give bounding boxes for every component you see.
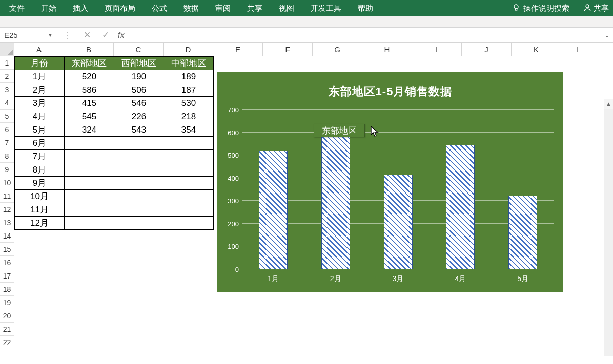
table-cell[interactable]	[114, 163, 164, 177]
table-cell[interactable]: 415	[65, 97, 114, 110]
chart-plot-area[interactable]: 01002003004005006007001月2月3月4月5月	[242, 110, 554, 269]
row-header-10[interactable]: 10	[0, 176, 14, 189]
table-cell[interactable]	[164, 190, 214, 203]
ribbon-menu-6[interactable]: 审阅	[207, 0, 239, 16]
table-row[interactable]: 8月	[15, 163, 214, 177]
row-header-6[interactable]: 6	[0, 123, 14, 136]
chart-series-tooltip[interactable]: 东部地区	[314, 124, 365, 137]
row-header-8[interactable]: 8	[0, 149, 14, 163]
row-header-17[interactable]: 17	[0, 269, 14, 283]
dropdown-icon[interactable]: ▼	[48, 32, 53, 38]
row-header-7[interactable]: 7	[0, 136, 14, 149]
table-cell[interactable]	[114, 177, 164, 190]
column-header-L[interactable]: L	[561, 43, 597, 56]
table-cell[interactable]	[164, 177, 214, 190]
ribbon-menu-1[interactable]: 开始	[33, 0, 65, 16]
table-cell[interactable]	[114, 190, 164, 203]
table-cell[interactable]: 10月	[15, 190, 65, 203]
ribbon-menu-10[interactable]: 帮助	[350, 0, 381, 16]
table-header[interactable]: 东部地区	[65, 57, 114, 70]
row-header-9[interactable]: 9	[0, 163, 14, 176]
table-cell[interactable]: 586	[65, 83, 114, 97]
ribbon-menu-4[interactable]: 公式	[144, 0, 175, 16]
chart-bar[interactable]	[384, 175, 413, 269]
table-cell[interactable]: 9月	[15, 177, 65, 190]
table-cell[interactable]: 546	[114, 97, 164, 110]
column-header-F[interactable]: F	[263, 43, 313, 56]
table-cell[interactable]	[164, 163, 214, 177]
table-row[interactable]: 4月545226218	[15, 110, 214, 123]
table-cell[interactable]	[164, 150, 214, 163]
table-cell[interactable]: 530	[164, 97, 214, 110]
column-header-C[interactable]: C	[114, 43, 164, 56]
chart-title[interactable]: 东部地区1-5月销售数据	[217, 72, 563, 104]
tell-me-search[interactable]: 操作说明搜索	[512, 4, 569, 13]
chart-bar[interactable]	[321, 136, 350, 269]
column-header-H[interactable]: H	[362, 43, 412, 56]
table-cell[interactable]	[164, 217, 214, 230]
table-cell[interactable]	[164, 203, 214, 217]
row-header-11[interactable]: 11	[0, 189, 14, 203]
row-header-16[interactable]: 16	[0, 256, 14, 269]
table-row[interactable]: 12月	[15, 217, 214, 230]
table-header[interactable]: 西部地区	[114, 57, 164, 70]
table-cell[interactable]	[65, 217, 114, 230]
table-cell[interactable]: 12月	[15, 217, 65, 230]
row-header-3[interactable]: 3	[0, 83, 14, 96]
table-cell[interactable]: 5月	[15, 123, 65, 137]
row-header-13[interactable]: 13	[0, 216, 14, 229]
row-header-4[interactable]: 4	[0, 96, 14, 110]
table-row[interactable]: 9月	[15, 177, 214, 190]
table-row[interactable]: 11月	[15, 203, 214, 217]
table-cell[interactable]: 2月	[15, 83, 65, 97]
column-header-K[interactable]: K	[512, 43, 561, 56]
row-header-12[interactable]: 12	[0, 203, 14, 216]
table-cell[interactable]: 218	[164, 110, 214, 123]
table-cell[interactable]: 7月	[15, 150, 65, 163]
table-cell[interactable]: 3月	[15, 97, 65, 110]
table-cell[interactable]: 1月	[15, 70, 65, 83]
row-header-18[interactable]: 18	[0, 283, 14, 296]
table-row[interactable]: 6月	[15, 137, 214, 150]
table-row[interactable]: 3月415546530	[15, 97, 214, 110]
table-cell[interactable]	[114, 203, 164, 217]
table-cell[interactable]	[65, 137, 114, 150]
row-header-1[interactable]: 1	[0, 56, 14, 70]
table-cell[interactable]: 543	[114, 123, 164, 137]
row-header-15[interactable]: 15	[0, 243, 14, 256]
column-header-B[interactable]: B	[64, 43, 114, 56]
name-box[interactable]: E25 ▼	[0, 28, 57, 43]
table-cell[interactable]: 545	[65, 110, 114, 123]
cancel-button[interactable]: ✕	[78, 30, 96, 40]
ribbon-menu-9[interactable]: 开发工具	[302, 0, 350, 16]
table-cell[interactable]	[114, 137, 164, 150]
table-row[interactable]: 5月324543354	[15, 123, 214, 137]
table-cell[interactable]: 520	[65, 70, 114, 83]
column-header-J[interactable]: J	[462, 43, 512, 56]
row-header-2[interactable]: 2	[0, 70, 14, 83]
table-cell[interactable]: 6月	[15, 137, 65, 150]
table-header[interactable]: 月份	[15, 57, 65, 70]
table-cell[interactable]	[114, 150, 164, 163]
table-row[interactable]: 7月	[15, 150, 214, 163]
table-header[interactable]: 中部地区	[164, 57, 214, 70]
ribbon-menu-2[interactable]: 插入	[65, 0, 96, 16]
ribbon-menu-3[interactable]: 页面布局	[96, 0, 144, 16]
column-header-G[interactable]: G	[313, 43, 362, 56]
row-header-20[interactable]: 20	[0, 309, 14, 323]
table-cell[interactable]: 189	[164, 70, 214, 83]
table-cell[interactable]	[65, 190, 114, 203]
fx-icon[interactable]: fx	[115, 31, 127, 40]
table-cell[interactable]	[114, 217, 164, 230]
table-cell[interactable]	[65, 203, 114, 217]
table-row[interactable]: 10月	[15, 190, 214, 203]
formula-input[interactable]	[127, 28, 601, 42]
vertical-scrollbar[interactable]: ▲	[604, 99, 613, 356]
table-row[interactable]: 2月586506187	[15, 83, 214, 97]
table-cell[interactable]: 226	[114, 110, 164, 123]
row-header-22[interactable]: 22	[0, 336, 14, 349]
column-header-I[interactable]: I	[412, 43, 462, 56]
row-header-14[interactable]: 14	[0, 229, 14, 243]
ribbon-menu-8[interactable]: 视图	[271, 0, 302, 16]
chart-bar[interactable]	[259, 151, 288, 269]
